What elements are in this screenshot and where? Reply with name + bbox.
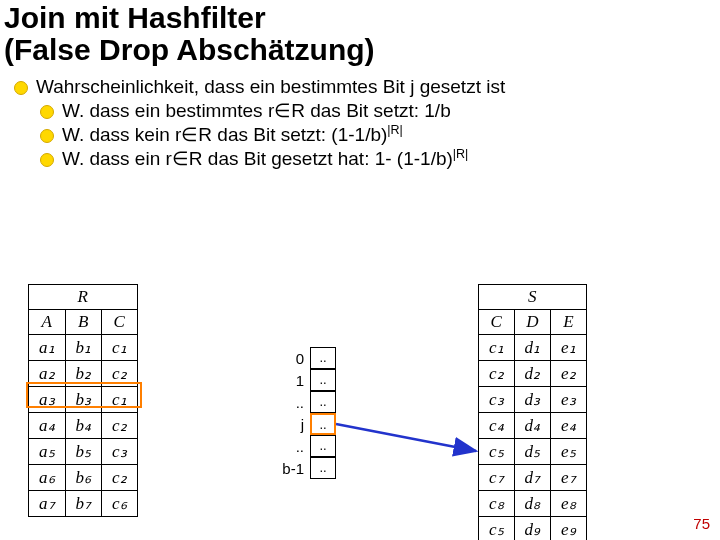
bullet-main-text: Wahrscheinlichkeit, dass ein bestimmtes …	[36, 75, 505, 99]
table-row: a₆b₆c₂	[29, 465, 138, 491]
table-row: c₄d₄e₄	[479, 413, 587, 439]
table-row: c₇d₇e₇	[479, 465, 587, 491]
title-line2: (False Drop Abschätzung)	[4, 33, 375, 66]
table-row: a₂b₂c₂	[29, 361, 138, 387]
bitvec-cell: ..	[310, 347, 336, 369]
bitvec-label: 0	[278, 348, 310, 370]
table-s: S C D E c₁d₁e₁ c₂d₂e₂ c₃d₃e₃ c₄d₄e₄ c₅d₅…	[478, 284, 587, 540]
bitvec-label-j: j	[278, 414, 310, 436]
bullet-icon	[40, 129, 54, 143]
bitvec-label: ..	[278, 436, 310, 458]
table-row: c₈d₈e₈	[479, 491, 587, 517]
bullet-sub3: W. dass ein r∈R das Bit gesetzt hat: 1- …	[14, 147, 720, 171]
table-row: a₁b₁c₁	[29, 335, 138, 361]
bitvec-label: b-1	[278, 458, 310, 480]
table-r: R A B C a₁b₁c₁ a₂b₂c₂ a₃b₃c₁ a₄b₄c₂ a₅b₅…	[28, 284, 138, 517]
bitvec-label: 1	[278, 370, 310, 392]
bullet-sub2-text: W. dass kein r∈R das Bit setzt: (1-1/b)|…	[62, 123, 403, 147]
table-row: a₃b₃c₁	[29, 387, 138, 413]
bitvec-cell: ..	[310, 369, 336, 391]
bitvec-cell: ..	[310, 391, 336, 413]
bullet-sub1-text: W. dass ein bestimmtes r∈R das Bit setzt…	[62, 99, 451, 123]
bullet-main: Wahrscheinlichkeit, dass ein bestimmtes …	[14, 75, 720, 99]
table-row: c₅d₉e₉	[479, 517, 587, 541]
bullet-sub1: W. dass ein bestimmtes r∈R das Bit setzt…	[14, 99, 720, 123]
bitvec-cell: ..	[310, 435, 336, 457]
table-row: c₁d₁e₁	[479, 335, 587, 361]
bullet-icon	[40, 153, 54, 167]
table-r-name: R	[29, 285, 138, 310]
page-number: 75	[693, 515, 710, 532]
table-row: a₇b₇c₆	[29, 491, 138, 517]
diagram-area: R A B C a₁b₁c₁ a₂b₂c₂ a₃b₃c₁ a₄b₄c₂ a₅b₅…	[0, 284, 720, 524]
table-s-header: C D E	[479, 310, 587, 335]
title-line1: Join mit Hashfilter	[4, 1, 266, 34]
bitvec-cell: ..	[310, 457, 336, 479]
bullet-icon	[40, 105, 54, 119]
table-row: a₄b₄c₂	[29, 413, 138, 439]
bullet-sub3-text: W. dass ein r∈R das Bit gesetzt hat: 1- …	[62, 147, 468, 171]
table-row: a₅b₅c₃	[29, 439, 138, 465]
table-row: c₃d₃e₃	[479, 387, 587, 413]
bit-vector: 0.. 1.. .... j.. .... b-1..	[278, 348, 336, 480]
table-row: c₅d₅e₅	[479, 439, 587, 465]
bitvec-label: ..	[278, 392, 310, 414]
bullet-icon	[14, 81, 28, 95]
table-s-name: S	[479, 285, 587, 310]
bullet-sub2: W. dass kein r∈R das Bit setzt: (1-1/b)|…	[14, 123, 720, 147]
table-r-header: A B C	[29, 310, 138, 335]
bitvec-cell-j: ..	[310, 413, 336, 435]
table-row: c₂d₂e₂	[479, 361, 587, 387]
bullet-list: Wahrscheinlichkeit, dass ein bestimmtes …	[0, 71, 720, 171]
